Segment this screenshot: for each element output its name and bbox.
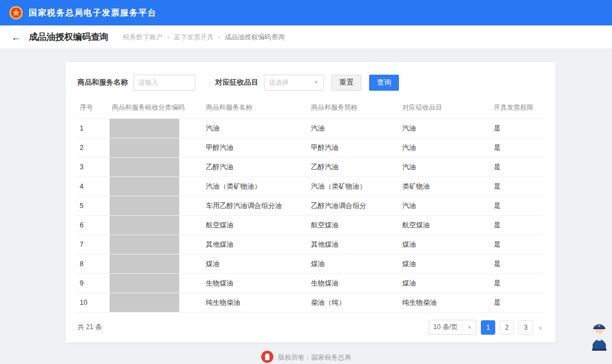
goods-name-input[interactable] [133, 75, 195, 91]
row-short: 汽油 [309, 119, 400, 138]
site-footer: 版权所有：国家税务总局 [0, 351, 612, 363]
page-button-1[interactable]: 1 [481, 320, 495, 335]
row-code [110, 235, 204, 254]
row-seq: 2 [77, 138, 110, 158]
row-name: 航空煤油 [204, 216, 309, 235]
tax-red-logo-icon [261, 351, 273, 363]
row-item: 纯生物柴油 [400, 293, 491, 313]
row-seq: 1 [77, 119, 110, 138]
row-item: 类矿物油 [400, 177, 491, 196]
row-seq: 8 [77, 254, 110, 274]
row-flag: 是 [491, 216, 543, 235]
breadcrumb-bar: ← 成品油授权编码查询 税务数字账户›蓝字发票开具›成品油授权编码查询 [0, 25, 612, 49]
row-flag: 是 [491, 119, 543, 138]
row-item: 汽油 [400, 119, 491, 138]
reset-button[interactable]: 重置 [331, 75, 361, 91]
column-header: 商品和服务名称 [204, 98, 309, 119]
row-flag: 是 [491, 254, 543, 274]
column-header: 对应征收品目 [400, 98, 491, 119]
row-short: 汽油（类矿物油） [309, 177, 400, 196]
redacted-code-block [110, 293, 179, 312]
result-table: 序号商品和服务税收分类编码商品和服务名称商品和服务简称对应征收品目开具发票权限 … [77, 98, 543, 313]
row-flag: 是 [491, 158, 543, 177]
row-seq: 7 [77, 235, 110, 254]
next-page-button[interactable]: › [537, 323, 543, 332]
content-card: 商品和服务名称 对应征收品目 请选择 ▼ 重置 查询 序号商品和服务税收分类编码… [65, 62, 556, 342]
copyright-text: 版权所有：国家税务总局 [278, 353, 351, 362]
row-flag: 是 [491, 274, 543, 293]
breadcrumb-item[interactable]: 成品油授权编码查询 [225, 33, 284, 42]
row-code [110, 274, 204, 293]
table-header-row: 序号商品和服务税收分类编码商品和服务名称商品和服务简称对应征收品目开具发票权限 [77, 98, 543, 119]
row-code [110, 196, 204, 216]
page-size-value: 10 条/页 [433, 323, 458, 332]
row-short: 甲醇汽油 [309, 138, 400, 158]
query-button[interactable]: 查询 [369, 75, 399, 91]
tax-emblem-icon [9, 6, 23, 20]
table-row: 4汽油（类矿物油）汽油（类矿物油）类矿物油是 [77, 177, 543, 196]
table-row: 2甲醇汽油甲醇汽油汽油是 [77, 138, 543, 158]
breadcrumb-separator: › [218, 33, 220, 41]
row-flag: 是 [491, 235, 543, 254]
goods-name-label: 商品和服务名称 [77, 77, 128, 87]
row-seq: 5 [77, 196, 110, 216]
pagination: 10 条/页 ▼ 123 › [429, 320, 543, 335]
breadcrumb-item[interactable]: 蓝字发票开具 [174, 33, 214, 42]
row-name: 汽油 [204, 119, 309, 138]
row-seq: 3 [77, 158, 110, 177]
levy-item-select[interactable]: 请选择 ▼ [264, 75, 324, 91]
page-button-3[interactable]: 3 [518, 320, 533, 335]
breadcrumb-item[interactable]: 税务数字账户 [123, 33, 163, 42]
row-item: 航空煤油 [400, 216, 491, 235]
levy-item-label: 对应征收品目 [215, 77, 258, 87]
chevron-down-icon: ▼ [314, 80, 319, 85]
row-short: 煤油 [309, 254, 400, 274]
row-code [110, 216, 204, 235]
chevron-down-icon: ▼ [467, 325, 472, 330]
page-title: 成品油授权编码查询 [29, 32, 108, 43]
row-short: 生物煤油 [309, 274, 400, 293]
row-item: 煤油 [400, 235, 491, 254]
page-size-select[interactable]: 10 条/页 ▼ [429, 320, 476, 335]
cyber-police-badge-icon [590, 320, 609, 352]
row-code [110, 254, 204, 274]
row-seq: 4 [77, 177, 110, 196]
row-flag: 是 [491, 196, 543, 216]
row-short: 乙醇汽油调合组分 [309, 196, 400, 216]
row-code [110, 119, 204, 138]
row-item: 汽油 [400, 196, 491, 216]
row-item: 煤油 [400, 274, 491, 293]
table-row: 3乙醇汽油乙醇汽油汽油是 [77, 158, 543, 177]
table-row: 6航空煤油航空煤油航空煤油是 [77, 216, 543, 235]
row-code [110, 293, 204, 313]
redacted-code-block [110, 196, 179, 215]
row-short: 乙醇汽油 [309, 158, 400, 177]
row-name: 乙醇汽油 [204, 158, 309, 177]
row-item: 汽油 [400, 158, 491, 177]
row-name: 汽油（类矿物油） [204, 177, 309, 196]
row-flag: 是 [491, 293, 543, 313]
column-header: 开具发票权限 [491, 98, 543, 119]
row-short: 航空煤油 [309, 216, 400, 235]
row-seq: 6 [77, 216, 110, 235]
row-seq: 10 [77, 293, 110, 313]
total-count: 共 21 条 [77, 323, 102, 332]
row-code [110, 138, 204, 158]
row-item: 汽油 [400, 138, 491, 158]
row-code [110, 177, 204, 196]
pagination-pages: 123 [481, 320, 533, 335]
column-header: 商品和服务简称 [309, 98, 400, 119]
table-row: 1汽油汽油汽油是 [77, 119, 543, 138]
row-name: 煤油 [204, 254, 309, 274]
page-button-2[interactable]: 2 [500, 320, 514, 335]
back-arrow-icon[interactable]: ← [11, 32, 21, 42]
filter-row: 商品和服务名称 对应征收品目 请选择 ▼ 重置 查询 [77, 74, 543, 91]
row-flag: 是 [491, 177, 543, 196]
row-name: 车用乙醇汽油调合组分油 [204, 196, 309, 216]
topbar: 国家税务总局电子发票服务平台 [0, 0, 612, 25]
redacted-code-block [110, 158, 179, 176]
app-title: 国家税务总局电子发票服务平台 [29, 8, 157, 18]
column-header: 序号 [77, 98, 110, 119]
table-footer: 共 21 条 10 条/页 ▼ 123 › [77, 320, 543, 335]
levy-item-select-value: 请选择 [269, 78, 289, 87]
